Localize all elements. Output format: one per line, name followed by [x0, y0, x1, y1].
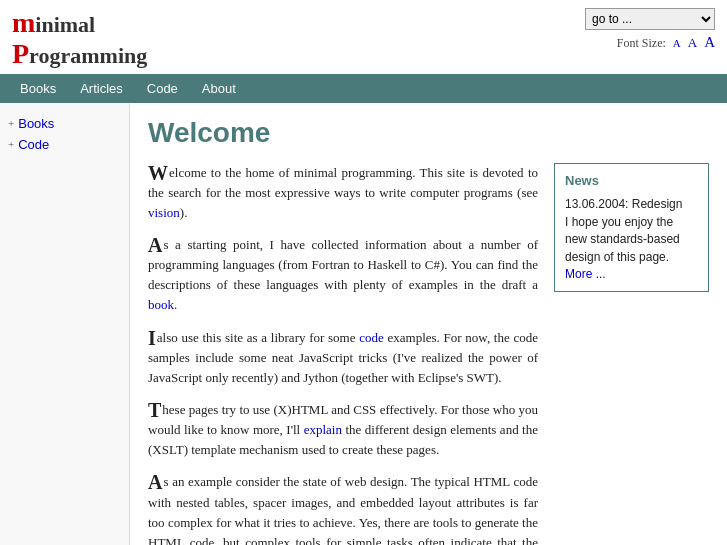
sidebar: + Books + Code: [0, 103, 130, 545]
news-date: 13.06.2004: [565, 197, 625, 211]
content-area: + Books + Code Welcome Welcome to the ho…: [0, 103, 727, 545]
dropcap-1: W: [148, 163, 168, 183]
sidebar-item-code: + Code: [8, 137, 121, 152]
link-code[interactable]: code: [359, 330, 384, 345]
news-headline: Redesign: [632, 197, 683, 211]
sidebar-plus-code: +: [8, 138, 14, 150]
paragraph-5: As an example consider the state of web …: [148, 472, 538, 545]
logo-inimal: inimal: [35, 12, 95, 37]
link-book[interactable]: book: [148, 297, 174, 312]
news-body-text: I hope you enjoy the new standards-based…: [565, 215, 680, 264]
navbar: Books Articles Code About: [0, 74, 727, 103]
news-box: News 13.06.2004: Redesign I hope you enj…: [554, 163, 709, 293]
logo: minimal Programming: [12, 8, 147, 70]
link-vision[interactable]: vision: [148, 205, 180, 220]
article-text: Welcome to the home of minimal programmi…: [148, 163, 538, 545]
goto-select-container: go to ... Books Articles Code About: [585, 8, 715, 30]
header-right: go to ... Books Articles Code About Font…: [585, 8, 715, 51]
news-date-headline: 13.06.2004: Redesign: [565, 196, 698, 213]
header: minimal Programming go to ... Books Arti…: [0, 0, 727, 74]
content-with-news: Welcome to the home of minimal programmi…: [148, 163, 709, 545]
dropcap-2: A: [148, 235, 162, 255]
link-explain[interactable]: explain: [304, 422, 342, 437]
sidebar-item-books: + Books: [8, 116, 121, 131]
page-title: Welcome: [148, 117, 709, 149]
font-size-label: Font Size:: [617, 36, 666, 50]
news-title: News: [565, 172, 698, 191]
logo-rogramming: rogramming: [29, 43, 147, 68]
logo-m: m: [12, 7, 35, 38]
sidebar-link-code[interactable]: Code: [18, 137, 49, 152]
sidebar-plus-books: +: [8, 117, 14, 129]
font-size-large[interactable]: A: [704, 34, 715, 50]
paragraph-4: These pages try to use (X)HTML and CSS e…: [148, 400, 538, 460]
dropcap-4: T: [148, 400, 161, 420]
font-size-medium[interactable]: A: [688, 35, 697, 50]
logo-p: P: [12, 38, 29, 69]
font-size-row: Font Size: A A A: [617, 34, 715, 51]
dropcap-3: I: [148, 328, 156, 348]
nav-item-about[interactable]: About: [190, 74, 248, 103]
paragraph-3: I also use this site as a library for so…: [148, 328, 538, 388]
nav-item-articles[interactable]: Articles: [68, 74, 135, 103]
news-more-link[interactable]: More ...: [565, 267, 606, 281]
nav-item-code[interactable]: Code: [135, 74, 190, 103]
sidebar-link-books[interactable]: Books: [18, 116, 54, 131]
nav-item-books[interactable]: Books: [8, 74, 68, 103]
goto-select[interactable]: go to ... Books Articles Code About: [585, 8, 715, 30]
news-body: I hope you enjoy the new standards-based…: [565, 214, 698, 284]
dropcap-5: A: [148, 472, 162, 492]
paragraph-1: Welcome to the home of minimal programmi…: [148, 163, 538, 223]
font-size-small[interactable]: A: [673, 37, 681, 49]
paragraph-2: As a starting point, I have collected in…: [148, 235, 538, 316]
main-content: Welcome Welcome to the home of minimal p…: [130, 103, 727, 545]
